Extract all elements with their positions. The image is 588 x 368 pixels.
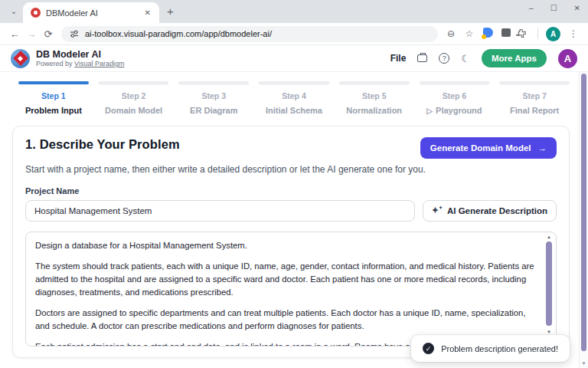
ai-generate-label: AI Generate Description: [447, 206, 547, 215]
browser-toolbar: ← → ⟳ ai-toolbox.visual-paradigm.com/app…: [0, 23, 588, 45]
project-name-input[interactable]: [25, 200, 415, 222]
step-progress-bar: [99, 81, 169, 84]
app-title-block: DB Modeler AI Powered by Visual Paradigm: [36, 49, 124, 67]
reload-icon[interactable]: ⟳: [40, 28, 57, 40]
help-icon[interactable]: ?: [439, 53, 449, 64]
app-name: DB Modeler AI: [36, 49, 124, 60]
toolbar-divider: [537, 28, 538, 39]
app-header: DB Modeler AI Powered by Visual Paradigm…: [0, 45, 588, 72]
step-progress-bar: [18, 81, 89, 84]
app-header-actions: File ? ☾ More Apps A: [390, 49, 577, 68]
page-scroll-down-icon[interactable]: ▼: [580, 361, 588, 366]
step-5-normalization[interactable]: Step 5 Normalization: [339, 81, 410, 115]
description-paragraph: Design a database for a Hospital Managem…: [35, 239, 534, 252]
step-number: Step 4: [259, 91, 329, 100]
window-controls: – ☐ ✕: [529, 4, 580, 12]
step-number: Step 6: [420, 91, 490, 100]
page-subtitle: Start with a project name, then either w…: [25, 164, 557, 175]
step-label: ▷Playground: [420, 106, 490, 115]
window-close-button[interactable]: ✕: [574, 4, 580, 12]
tab-favicon-icon: [31, 8, 41, 18]
textarea-scrollbar[interactable]: ▲ ▼: [544, 234, 554, 344]
address-bar[interactable]: ai-toolbox.visual-paradigm.com/app/dbmod…: [61, 26, 438, 42]
step-label: Domain Model: [99, 106, 169, 115]
tab-close-icon[interactable]: ✕: [142, 7, 153, 18]
step-progress-bar: [259, 81, 329, 84]
step-label: Final Report: [499, 106, 570, 115]
step-label: ER Diagram: [178, 106, 249, 115]
description-paragraph: Doctors are assigned to specific departm…: [35, 307, 534, 333]
extensions-puzzle-icon[interactable]: [516, 29, 533, 39]
browser-tab-strip: ⌄ DBModeler AI ✕ + – ☐ ✕: [0, 0, 588, 23]
textarea-scrollbar-thumb[interactable]: [546, 242, 552, 326]
url-text[interactable]: ai-toolbox.visual-paradigm.com/app/dbmod…: [85, 29, 272, 38]
powered-by-prefix: Powered by: [36, 60, 73, 67]
dark-mode-moon-icon[interactable]: ☾: [461, 53, 470, 64]
back-icon[interactable]: ←: [6, 28, 23, 40]
step-number: Step 7: [499, 91, 570, 100]
play-icon: ▷: [426, 107, 433, 115]
window-maximize-button[interactable]: ☐: [550, 4, 557, 12]
step-number: Step 2: [99, 91, 169, 100]
app-logo-icon: [11, 49, 30, 68]
page-title: 1. Describe Your Problem: [25, 137, 180, 152]
more-apps-button[interactable]: More Apps: [482, 49, 547, 67]
generate-domain-model-button[interactable]: Generate Domain Model →: [420, 137, 557, 159]
problem-description-textarea[interactable]: Design a database for a Hospital Managem…: [25, 232, 557, 347]
powered-by: Powered by Visual Paradigm: [36, 60, 124, 67]
user-avatar[interactable]: A: [558, 49, 577, 68]
toast-message: Problem description generated!: [441, 344, 558, 353]
step-number: Step 3: [178, 91, 249, 100]
step-number: Step 5: [339, 91, 410, 100]
step-progress-bar: [499, 81, 570, 84]
step-number: Step 1: [18, 91, 89, 100]
tab-search-chevron-icon[interactable]: ⌄: [6, 4, 21, 19]
project-name-label: Project Name: [25, 186, 557, 196]
step-progress-bar: [339, 81, 410, 84]
step-2-domain-model[interactable]: Step 2 Domain Model: [99, 81, 169, 115]
browser-tab[interactable]: DBModeler AI ✕: [23, 2, 159, 23]
page-scrollbar[interactable]: ▼: [579, 72, 588, 368]
arrow-right-icon: →: [538, 143, 547, 153]
file-menu[interactable]: File: [390, 53, 407, 64]
problem-input-card: 1. Describe Your Problem Generate Domain…: [12, 126, 570, 358]
step-7-final-report[interactable]: Step 7 Final Report: [499, 81, 570, 115]
ai-generate-description-button[interactable]: ✦ AI Generate Description: [423, 200, 557, 222]
step-6-playground[interactable]: Step 6 ▷Playground: [420, 81, 490, 115]
step-1-problem-input[interactable]: Step 1 Problem Input: [18, 81, 89, 115]
toast-notification: ✓ Problem description generated!: [411, 335, 570, 362]
generate-button-label: Generate Domain Model: [430, 143, 531, 153]
step-progress-bar: [178, 81, 249, 84]
step-4-initial-schema[interactable]: Step 4 Initial Schema: [259, 81, 329, 115]
visual-paradigm-link[interactable]: Visual Paradigm: [74, 60, 124, 67]
step-label: Normalization: [339, 106, 410, 115]
forward-icon[interactable]: →: [23, 28, 40, 40]
toolbar-actions: ⊖ ☆ A ⋮: [443, 27, 582, 41]
bookmark-star-icon[interactable]: ☆: [461, 28, 478, 39]
step-label: Initial Schema: [259, 106, 329, 115]
sparkles-icon: ✦: [432, 205, 443, 215]
check-icon: ✓: [423, 343, 434, 354]
step-3-er-diagram[interactable]: Step 3 ER Diagram: [178, 81, 249, 115]
stepper: Step 1 Problem Input Step 2 Domain Model…: [0, 72, 588, 120]
tab-title: DBModeler AI: [46, 8, 137, 18]
zoom-icon[interactable]: ⊖: [443, 28, 459, 39]
print-icon[interactable]: [417, 54, 427, 62]
side-panel-icon[interactable]: [498, 28, 514, 39]
scroll-up-icon[interactable]: ▲: [544, 235, 554, 239]
scroll-down-icon[interactable]: ▼: [544, 330, 554, 334]
pinned-extension-icon[interactable]: [479, 28, 496, 40]
page-scrollbar-thumb[interactable]: [581, 74, 586, 351]
window-minimize-button[interactable]: –: [529, 4, 534, 12]
step-label: Problem Input: [18, 106, 89, 115]
step-progress-bar: [420, 81, 490, 84]
description-paragraph: The system should track patients, each w…: [35, 260, 534, 299]
browser-menu-icon[interactable]: ⋮: [565, 28, 582, 39]
new-tab-button[interactable]: +: [167, 5, 174, 18]
browser-profile-avatar[interactable]: A: [546, 27, 560, 41]
tune-icon[interactable]: [70, 29, 79, 38]
